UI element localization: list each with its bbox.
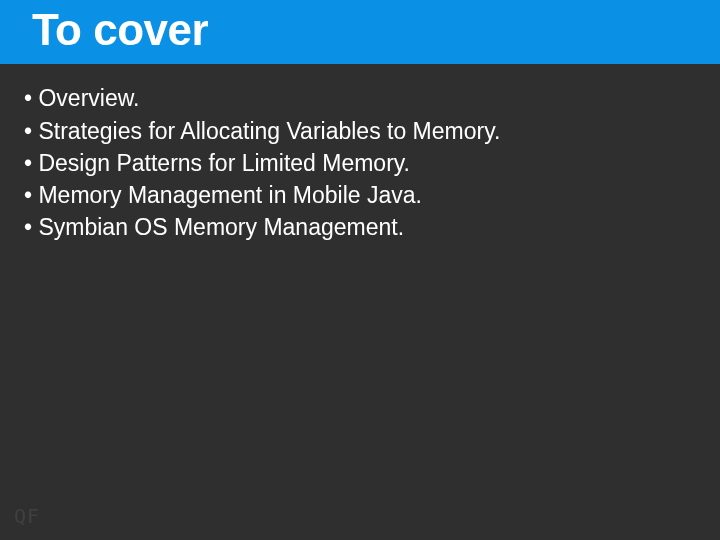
body-area: Overview. Strategies for Allocating Vari…: [0, 64, 720, 243]
title-bar: To cover: [0, 0, 720, 64]
list-item: Design Patterns for Limited Memory.: [24, 147, 696, 179]
slide: To cover Overview. Strategies for Alloca…: [0, 0, 720, 540]
list-item: Overview.: [24, 82, 696, 114]
list-item: Symbian OS Memory Management.: [24, 211, 696, 243]
list-item: Memory Management in Mobile Java.: [24, 179, 696, 211]
footer-mark: QF: [14, 504, 40, 528]
bullet-list: Overview. Strategies for Allocating Vari…: [24, 82, 696, 243]
slide-title: To cover: [32, 6, 720, 54]
list-item: Strategies for Allocating Variables to M…: [24, 115, 696, 147]
